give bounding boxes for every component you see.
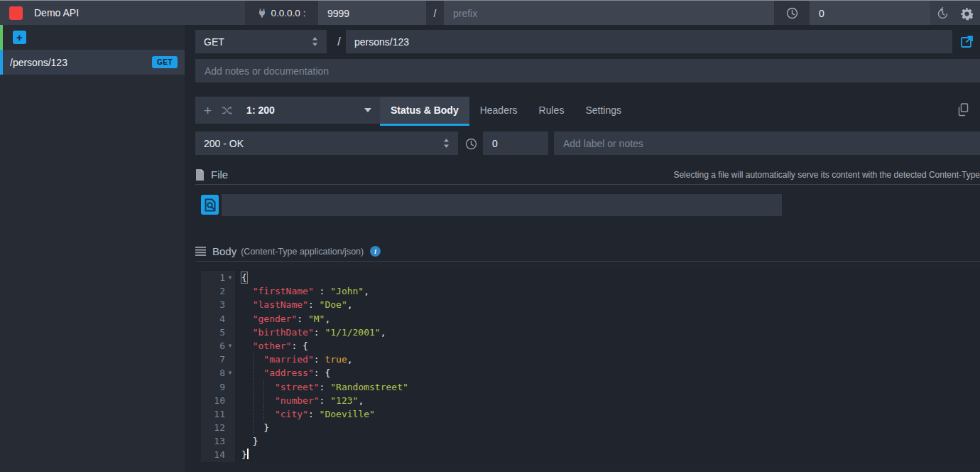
code-line[interactable]: 13 } bbox=[201, 434, 980, 448]
fold-arrow-icon[interactable]: ▼ bbox=[225, 339, 235, 353]
selected-route-indicator bbox=[0, 50, 3, 75]
duplicate-response-icon[interactable] bbox=[955, 102, 971, 117]
shuffle-responses-icon[interactable] bbox=[222, 106, 232, 115]
fold-spacer bbox=[225, 380, 235, 394]
line-number: 11 bbox=[201, 407, 235, 421]
route-path-input[interactable]: persons/123 bbox=[346, 30, 952, 53]
indent-guide bbox=[253, 394, 254, 407]
line-number: 1▼ bbox=[201, 271, 235, 284]
line-number: 4 bbox=[201, 312, 235, 326]
add-response-icon[interactable]: + bbox=[204, 104, 212, 117]
code-line[interactable]: 2 "firstName" : "John", bbox=[201, 284, 980, 298]
clock-icon bbox=[786, 7, 798, 19]
fold-arrow-icon[interactable]: ▼ bbox=[225, 366, 235, 380]
indent-guide bbox=[253, 380, 254, 394]
file-section-header: File Selecting a file will automatically… bbox=[195, 169, 980, 185]
history-icon[interactable] bbox=[935, 6, 950, 21]
dropdown-caret-icon bbox=[364, 108, 371, 112]
code-line[interactable]: 5 "birthDate": "1/1/2001", bbox=[201, 326, 980, 339]
plug-icon bbox=[258, 9, 266, 18]
indent-guide bbox=[253, 353, 254, 366]
indent-guide bbox=[263, 380, 264, 394]
tab-settings[interactable]: Settings bbox=[575, 97, 632, 124]
open-route-in-browser-icon[interactable] bbox=[959, 33, 974, 49]
code-line[interactable]: 6▼ "other": { bbox=[201, 339, 980, 353]
response-selector-label: 1: 200 bbox=[246, 104, 354, 116]
line-number: 2 bbox=[201, 284, 235, 298]
method-select[interactable]: GET bbox=[195, 30, 327, 53]
line-number: 10 bbox=[201, 394, 235, 407]
route-method-badge: GET bbox=[152, 56, 178, 68]
code-line[interactable]: 10 "number": "123", bbox=[201, 394, 980, 407]
code-line[interactable]: 4 "gender": "M", bbox=[201, 312, 980, 326]
tab-status-body[interactable]: Status & Body bbox=[380, 97, 469, 124]
host-section: 0.0.0.0 : bbox=[245, 1, 318, 26]
fold-spacer bbox=[225, 434, 235, 448]
code-line[interactable]: 8▼ "address": { bbox=[201, 366, 980, 380]
fold-spacer bbox=[225, 298, 235, 311]
fold-spacer bbox=[225, 284, 235, 298]
env-latency-section bbox=[774, 1, 810, 26]
response-label-input[interactable]: Add label or notes bbox=[554, 132, 980, 155]
route-editor-panel: GET / persons/123 Add notes or documenta… bbox=[185, 25, 980, 472]
body-menu-icon[interactable] bbox=[195, 247, 206, 256]
routes-header-row: + bbox=[0, 25, 185, 50]
file-icon bbox=[195, 169, 205, 181]
fold-spacer bbox=[225, 394, 235, 407]
response-selector[interactable]: + 1: 200 bbox=[195, 97, 380, 124]
status-code-select[interactable]: 200 - OK bbox=[195, 132, 458, 155]
settings-gear-icon[interactable] bbox=[959, 6, 974, 21]
code-line[interactable]: 1▼{ bbox=[201, 271, 980, 284]
code-line[interactable]: 14} bbox=[201, 448, 980, 461]
host-label: 0.0.0.0 : bbox=[271, 8, 306, 18]
response-latency-input[interactable]: 0 bbox=[483, 132, 548, 155]
top-bar: Demo API 0.0.0.0 : 9999 / prefix 0 bbox=[0, 0, 980, 25]
fold-spacer bbox=[225, 421, 235, 434]
file-section-hint: Selecting a file will automatically serv… bbox=[673, 170, 980, 180]
body-content-type-label: (Content-Type application/json) bbox=[241, 247, 364, 257]
fold-arrow-icon[interactable]: ▼ bbox=[225, 271, 235, 284]
body-code-editor[interactable]: 1▼{2 "firstName" : "John",3 "lastName": … bbox=[201, 269, 980, 462]
info-icon: i bbox=[370, 246, 381, 257]
env-latency-input[interactable]: 0 bbox=[810, 1, 930, 26]
fold-spacer bbox=[225, 312, 235, 326]
environment-title: Demo API bbox=[34, 1, 79, 26]
line-number: 13 bbox=[201, 434, 235, 448]
fold-spacer bbox=[225, 353, 235, 366]
stop-server-button[interactable] bbox=[9, 6, 23, 20]
body-section-title: Body bbox=[212, 245, 236, 257]
fold-spacer bbox=[225, 407, 235, 421]
tab-rules[interactable]: Rules bbox=[528, 97, 575, 124]
file-path-input[interactable] bbox=[222, 194, 782, 216]
select-arrows-icon bbox=[443, 139, 450, 148]
fold-spacer bbox=[225, 448, 235, 461]
body-section-header: Body (Content-Type application/json) i bbox=[195, 246, 980, 262]
routes-sidebar: + /persons/123 GET bbox=[0, 25, 185, 472]
route-notes-input[interactable]: Add notes or documentation bbox=[195, 59, 980, 82]
code-line[interactable]: 11 "city": "Doeville" bbox=[201, 407, 980, 421]
route-list-item[interactable]: /persons/123 GET bbox=[0, 50, 185, 75]
add-route-button[interactable]: + bbox=[13, 31, 26, 44]
prefix-input[interactable]: prefix bbox=[444, 1, 774, 26]
line-number: 14 bbox=[201, 448, 235, 461]
code-line[interactable]: 7 "married": true, bbox=[201, 353, 980, 366]
tab-headers[interactable]: Headers bbox=[469, 97, 528, 124]
line-number: 9 bbox=[201, 380, 235, 394]
code-line[interactable]: 9 "street": "Randomstreet" bbox=[201, 380, 980, 394]
file-section-title: File bbox=[211, 168, 228, 181]
indent-guide bbox=[263, 407, 264, 421]
browse-file-button[interactable] bbox=[201, 195, 219, 215]
response-tabs: Status & BodyHeadersRulesSettings bbox=[380, 97, 632, 124]
environment-running-indicator bbox=[0, 25, 3, 50]
response-latency-clock-icon bbox=[463, 136, 479, 151]
code-line[interactable]: 12 } bbox=[201, 421, 980, 434]
fold-spacer bbox=[225, 326, 235, 339]
prefix-separator: / bbox=[426, 1, 444, 26]
code-line[interactable]: 3 "lastName": "Doe", bbox=[201, 298, 980, 311]
line-number: 8▼ bbox=[201, 366, 235, 380]
indent-guide bbox=[253, 407, 254, 421]
port-input[interactable]: 9999 bbox=[318, 1, 426, 26]
indent-guide bbox=[253, 421, 254, 434]
line-number: 6▼ bbox=[201, 339, 235, 353]
indent-guide bbox=[253, 366, 254, 380]
